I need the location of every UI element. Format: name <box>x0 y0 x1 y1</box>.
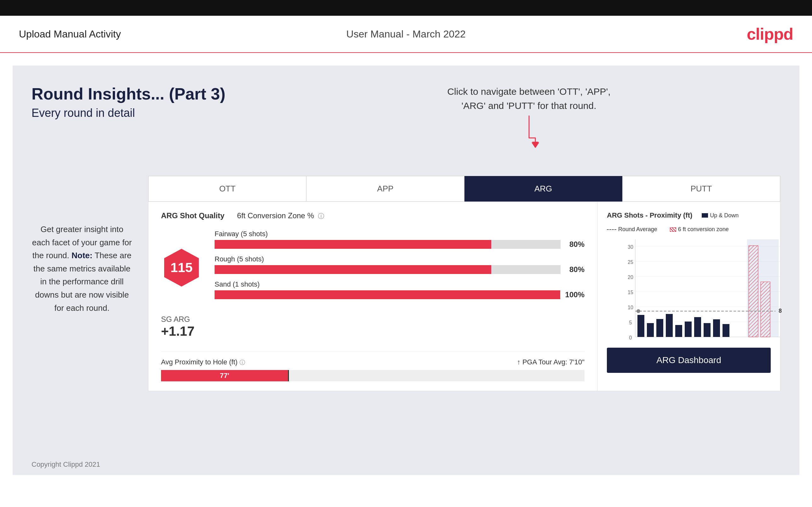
conversion-zone-label: 6ft Conversion Zone % ⓘ <box>237 211 324 220</box>
svg-text:8: 8 <box>778 308 782 314</box>
bar-outer-fairway <box>215 240 561 249</box>
svg-text:25: 25 <box>628 260 633 265</box>
proximity-bar-outer: 77' <box>161 370 585 381</box>
proximity-header: Avg Proximity to Hole (ft) ⓘ ↑ PGA Tour … <box>161 358 585 366</box>
main-content: Round Insights... (Part 3) Every round i… <box>13 65 799 475</box>
svg-rect-20 <box>666 314 673 337</box>
help-icon: ⓘ <box>318 213 324 220</box>
hex-container: 115 <box>161 247 202 288</box>
bar-pct-rough: 80% <box>566 265 585 274</box>
svg-text:10: 10 <box>628 305 633 310</box>
legend-up-down: Up & Down <box>702 212 739 219</box>
svg-rect-21 <box>675 325 682 337</box>
hex-score-row: 115 Fairway (5 shots) 80% <box>161 230 585 305</box>
bars-section: Fairway (5 shots) 80% Rough (5 shots) <box>215 230 585 305</box>
section-header: ARG Shot Quality 6ft Conversion Zone % ⓘ <box>161 211 585 220</box>
left-description: Get greater insight into each facet of y… <box>32 223 132 315</box>
svg-rect-28 <box>761 282 770 337</box>
proximity-pga-label: ↑ PGA Tour Avg: 7'10" <box>517 358 585 366</box>
logo: clippd <box>747 24 793 44</box>
chart-title: ARG Shots - Proximity (ft) <box>607 211 692 220</box>
legend-round-avg: Round Average <box>607 226 657 233</box>
svg-text:5: 5 <box>629 320 632 325</box>
svg-text:15: 15 <box>628 290 633 295</box>
proximity-marker <box>288 370 289 381</box>
header-center-label: User Manual - March 2022 <box>346 29 466 40</box>
header: Upload Manual Activity User Manual - Mar… <box>0 16 812 53</box>
bar-row-rough: Rough (5 shots) 80% <box>215 255 585 274</box>
tab-putt[interactable]: PUTT <box>622 176 780 202</box>
tab-app[interactable]: APP <box>306 176 464 202</box>
proximity-help-icon: ⓘ <box>240 359 245 365</box>
svg-rect-26 <box>722 324 729 337</box>
svg-rect-19 <box>656 319 663 337</box>
chart-header: ARG Shots - Proximity (ft) Up & Down Rou… <box>607 211 771 233</box>
tabs-row: OTT APP ARG PUTT <box>148 176 780 202</box>
bar-track-rough: 80% <box>215 265 585 274</box>
legend-dashed-line <box>607 229 616 230</box>
footer: Copyright Clippd 2021 <box>13 454 799 475</box>
proximity-section: Avg Proximity to Hole (ft) ⓘ ↑ PGA Tour … <box>161 351 585 381</box>
legend-hatch-box <box>670 227 676 232</box>
proximity-label: Avg Proximity to Hole (ft) ⓘ <box>161 358 245 366</box>
bar-fill-rough <box>215 265 491 274</box>
bar-label-fairway: Fairway (5 shots) <box>215 230 585 238</box>
bar-row-sand: Sand (1 shots) 100% <box>215 280 585 299</box>
svg-rect-22 <box>685 322 692 337</box>
svg-rect-27 <box>749 246 758 337</box>
legend-label-round-avg: Round Average <box>618 226 657 233</box>
svg-point-31 <box>637 309 640 313</box>
bar-track-fairway: 80% <box>215 240 585 249</box>
bar-fill-fairway <box>215 240 491 249</box>
bar-outer-sand <box>215 290 560 299</box>
widget-panel: OTT APP ARG PUTT ARG Shot Quality 6ft Co… <box>148 176 780 391</box>
shot-quality-label: ARG Shot Quality <box>161 211 224 220</box>
sg-section: SG ARG +1.17 <box>161 315 585 339</box>
svg-rect-25 <box>713 319 720 337</box>
bar-fill-sand <box>215 290 560 299</box>
legend-label-up-down: Up & Down <box>710 212 739 219</box>
panel-content: ARG Shot Quality 6ft Conversion Zone % ⓘ… <box>148 202 780 391</box>
left-panel: ARG Shot Quality 6ft Conversion Zone % ⓘ… <box>148 202 597 391</box>
bar-pct-sand: 100% <box>565 290 585 299</box>
svg-rect-17 <box>638 315 644 337</box>
hex-score: 115 <box>170 260 193 275</box>
nav-hint: Click to navigate between 'OTT', 'APP','… <box>296 84 762 152</box>
svg-rect-18 <box>647 323 654 337</box>
upload-label: Upload Manual Activity <box>19 29 121 40</box>
svg-text:20: 20 <box>628 275 633 280</box>
copyright-text: Copyright Clippd 2021 <box>32 460 100 468</box>
tab-arg[interactable]: ARG <box>464 176 622 202</box>
bar-label-sand: Sand (1 shots) <box>215 280 585 288</box>
chart-container: 0 5 10 15 20 25 30 <box>607 239 771 341</box>
note-label: Note: <box>71 251 92 260</box>
bar-track-sand: 100% <box>215 290 585 299</box>
svg-text:30: 30 <box>628 244 633 250</box>
bar-label-rough: Rough (5 shots) <box>215 255 585 263</box>
legend-label-conversion-zone: 6 ft conversion zone <box>678 226 729 233</box>
svg-rect-23 <box>694 317 701 337</box>
svg-rect-24 <box>704 323 711 337</box>
top-bar <box>0 0 812 16</box>
legend-conversion-zone: 6 ft conversion zone <box>670 226 729 233</box>
right-panel: ARG Shots - Proximity (ft) Up & Down Rou… <box>597 202 780 391</box>
bar-row-fairway: Fairway (5 shots) 80% <box>215 230 585 249</box>
sg-label: SG ARG <box>161 315 585 324</box>
chart-svg: 0 5 10 15 20 25 30 <box>621 239 782 340</box>
svg-text:0: 0 <box>629 335 632 340</box>
nav-hint-text: Click to navigate between 'OTT', 'APP','… <box>296 84 762 113</box>
arg-dashboard-button[interactable]: ARG Dashboard <box>607 348 771 373</box>
bar-outer-rough <box>215 265 561 274</box>
legend-box-up-down <box>702 213 708 218</box>
bar-pct-fairway: 80% <box>566 240 585 249</box>
nav-arrow <box>513 113 545 151</box>
sg-value: +1.17 <box>161 324 585 339</box>
proximity-bar-fill: 77' <box>161 370 288 381</box>
tab-ott[interactable]: OTT <box>148 176 306 202</box>
